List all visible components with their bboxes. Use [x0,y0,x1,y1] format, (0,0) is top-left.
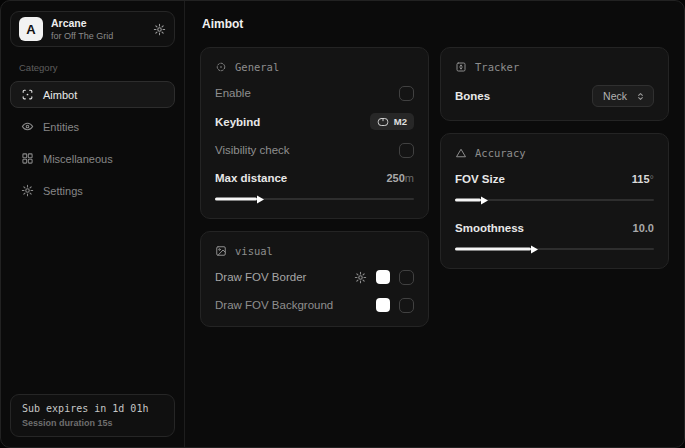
draw-fov-background-row: Draw FOV Background [215,297,414,313]
image-icon [215,245,227,257]
slider-fill-thumb[interactable] [455,248,531,251]
settings-gear-icon [21,184,34,197]
tracker-card-title: Tracker [475,61,519,73]
visibility-check-checkbox[interactable] [399,143,414,158]
tracker-card: Tracker Bones Neck [440,47,669,121]
visual-card-header: visual [215,243,414,257]
enable-row: Enable [215,85,414,101]
draw-fov-border-label: Draw FOV Border [215,271,306,283]
max-distance-value: 250m [386,172,414,184]
app-header-card: A Arcane for Off The Grid [10,11,175,47]
visibility-check-row: Visibility check [215,142,414,158]
draw-fov-background-controls [376,298,414,313]
general-card: General Enable Keybind M2 [200,47,429,219]
bones-select-value: Neck [603,90,627,102]
crosshair-dashed-icon [215,61,227,73]
sidebar-item-settings[interactable]: Settings [10,177,175,204]
bones-row: Bones Neck [455,85,654,107]
keybind-value: M2 [394,116,407,127]
smoothness-label: Smoothness [455,222,524,234]
bones-label: Bones [455,90,490,102]
mouse-icon [377,117,389,127]
entities-eye-icon [21,120,34,133]
visual-card-title: visual [235,245,273,257]
category-label: Category [19,62,175,73]
slider-fill-thumb[interactable] [215,198,257,201]
visual-card: visual Draw FOV Border Draw [200,231,429,327]
fov-background-color-swatch[interactable] [376,298,390,312]
max-distance-number: 250 [386,172,404,184]
card-columns: General Enable Keybind M2 [200,47,669,327]
keybind-row: Keybind M2 [215,113,414,130]
tracker-box-icon [455,61,467,73]
max-distance-unit: m [405,172,414,184]
bones-select[interactable]: Neck [592,85,654,107]
sidebar: A Arcane for Off The Grid Category Aimbo… [1,1,185,447]
sidebar-item-label: Entities [43,121,79,133]
app-title-block: Arcane for Off The Grid [51,17,113,41]
fov-size-slider[interactable] [455,194,654,206]
smoothness-row: Smoothness 10.0 [455,220,654,236]
max-distance-label: Max distance [215,172,287,184]
draw-fov-border-row: Draw FOV Border [215,269,414,285]
smoothness-value: 10.0 [633,222,654,234]
sidebar-item-aimbot[interactable]: Aimbot [10,81,175,108]
visibility-check-label: Visibility check [215,144,290,156]
app-subtitle: for Off The Grid [51,31,113,42]
page-title: Aimbot [202,17,669,31]
sidebar-item-label: Aimbot [43,89,77,101]
accuracy-card-header: Accuracy [455,145,654,159]
main-content: Aimbot General Enable [185,1,684,447]
enable-label: Enable [215,87,251,99]
triangle-angle-icon [455,147,467,159]
sidebar-item-miscellaneous[interactable]: Miscellaneous [10,145,175,172]
accuracy-card: Accuracy FOV Size 115° Smoothness 10.0 [440,133,669,269]
sub-expires-text: Sub expires in 1d 01h [22,403,163,414]
subscription-info-card: Sub expires in 1d 01h Session duration 1… [10,394,175,437]
fov-size-row: FOV Size 115° [455,171,654,187]
smoothness-number: 10.0 [633,222,654,234]
app-name: Arcane [51,17,113,30]
draw-fov-background-checkbox[interactable] [399,298,414,313]
draw-fov-border-checkbox[interactable] [399,270,414,285]
general-card-title: General [235,61,279,73]
keybind-label: Keybind [215,116,260,128]
accuracy-card-title: Accuracy [475,147,526,159]
session-duration-text: Session duration 15s [22,418,163,428]
keybind-button[interactable]: M2 [370,113,414,130]
crosshair-scan-icon [21,88,34,101]
fov-size-value: 115° [632,173,654,185]
right-column: Tracker Bones Neck [440,47,669,269]
app-window: A Arcane for Off The Grid Category Aimbo… [0,0,685,448]
slider-fill-thumb[interactable] [455,199,481,202]
fov-size-number: 115 [632,173,650,185]
draw-fov-background-label: Draw FOV Background [215,299,333,311]
fov-border-settings-gear-icon[interactable] [354,271,367,284]
chevrons-up-down-icon [635,91,646,102]
app-logo: A [19,17,43,41]
sidebar-item-entities[interactable]: Entities [10,113,175,140]
draw-fov-border-controls [354,270,414,285]
gear-icon[interactable] [153,23,166,36]
sidebar-item-label: Miscellaneous [43,153,113,165]
fov-size-unit: ° [650,173,654,185]
general-card-header: General [215,59,414,73]
smoothness-slider[interactable] [455,243,654,255]
max-distance-slider[interactable] [215,193,414,205]
fov-size-label: FOV Size [455,173,505,185]
fov-border-color-swatch[interactable] [376,270,390,284]
tracker-card-header: Tracker [455,59,654,73]
max-distance-row: Max distance 250m [215,170,414,186]
grid-icon [21,152,34,165]
enable-checkbox[interactable] [399,86,414,101]
left-column: General Enable Keybind M2 [200,47,429,327]
sidebar-item-label: Settings [43,185,83,197]
